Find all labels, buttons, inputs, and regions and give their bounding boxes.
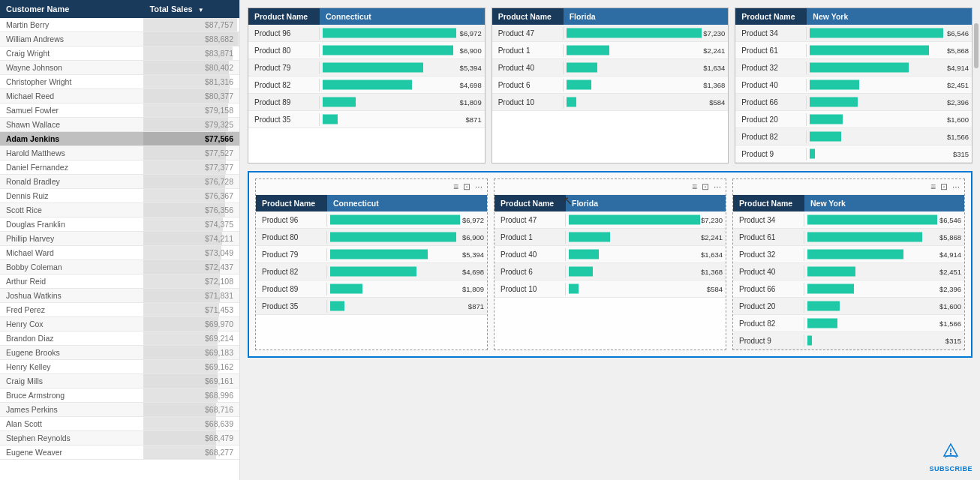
bar-value: $6,900 (460, 46, 482, 55)
table-row[interactable]: Arthur Reid $72,108 (0, 274, 239, 289)
table-row[interactable]: Alan Scott $68,639 (0, 417, 239, 431)
table-row[interactable]: Scott Rice $76,356 (0, 203, 239, 218)
product-label: Product 61 (733, 231, 804, 244)
bar-area: $4,914 (807, 59, 972, 76)
bar-value: $5,868 (939, 233, 961, 242)
table-row[interactable]: Joshua Watkins $71,831 (0, 289, 239, 303)
bar-area: $1,368 (564, 76, 729, 93)
customer-name-cell: Martin Berry (0, 18, 143, 32)
customer-name-header[interactable]: Customer Name (0, 0, 143, 18)
product-label: Product 1 (495, 231, 566, 244)
bar-value: $1,600 (939, 302, 961, 310)
more-icon[interactable]: ··· (952, 182, 960, 192)
bar (569, 215, 700, 225)
bar (330, 284, 362, 294)
table-row[interactable]: Daniel Fernandez $77,377 (0, 160, 239, 175)
product-label: Product 20 (733, 300, 804, 313)
image-icon[interactable]: ⊡ (463, 182, 470, 192)
bar-value: $4,698 (460, 81, 482, 89)
product-label: Product 10 (492, 96, 564, 109)
customer-sales-cell: $73,049 (143, 246, 239, 260)
product-name-header: Product Name (735, 8, 807, 25)
table-row[interactable]: Martin Berry $87,757 (0, 18, 239, 32)
product-label: Product 89 (256, 283, 327, 296)
product-name-header: Product Name (492, 8, 564, 25)
bar-value: $4,914 (939, 250, 961, 259)
table-row[interactable]: Stephen Reynolds $68,479 (0, 431, 239, 446)
table-row[interactable]: Wayne Johnson $80,402 (0, 61, 239, 75)
bar (810, 63, 909, 73)
table-row[interactable]: Bobby Coleman $72,437 (0, 260, 239, 274)
customer-sales-cell: $76,367 (143, 189, 239, 203)
bar-area: $1,634 (564, 59, 729, 76)
table-row[interactable]: Michael Ward $73,049 (0, 246, 239, 260)
product-name-header: Product Name (733, 195, 804, 212)
bar (810, 80, 859, 90)
bar-value: $2,241 (703, 46, 725, 55)
chart-row: Product 9 $315 (735, 146, 972, 163)
product-label: Product 35 (248, 113, 320, 126)
table-row[interactable]: Bruce Armstrong $68,996 (0, 388, 239, 403)
bar (807, 284, 854, 294)
table-row[interactable]: Brandon Diaz $69,214 (0, 332, 239, 346)
table-row[interactable]: Eugene Brooks $69,183 (0, 346, 239, 360)
customer-name-cell: Bruce Armstrong (0, 388, 143, 403)
chart-row: Product 47 $7,230 (495, 212, 726, 229)
chart-row: Product 82 $1,566 (733, 315, 964, 332)
sort-icon: ▼ (198, 7, 204, 14)
table-row[interactable]: Phillip Harvey $74,211 (0, 232, 239, 246)
table-row[interactable]: Craig Wright $83,871 (0, 46, 239, 61)
more-icon[interactable]: ··· (714, 182, 721, 192)
subscribe-label[interactable]: SUBSCRIBE (929, 465, 972, 472)
chart-row: Product 35 $871 (248, 111, 485, 128)
table-row[interactable]: Craig Mills $69,161 (0, 374, 239, 388)
customer-name-cell: Phillip Harvey (0, 232, 143, 246)
chart-row: Product 96 $6,972 (248, 25, 485, 42)
customer-name-cell: Bobby Coleman (0, 260, 143, 274)
table-row[interactable]: Shawn Wallace $79,325 (0, 118, 239, 132)
table-row[interactable]: Henry Kelley $69,162 (0, 360, 239, 374)
bar (323, 28, 456, 38)
bar (807, 267, 855, 277)
customer-name-cell: Alan Scott (0, 417, 143, 431)
table-row[interactable]: James Perkins $68,716 (0, 403, 239, 417)
filter-icon[interactable]: ≡ (453, 182, 458, 192)
table-row[interactable]: Ronald Bradley $76,728 (0, 175, 239, 189)
bar-area: $1,600 (804, 298, 964, 314)
table-row[interactable]: Michael Reed $80,377 (0, 89, 239, 104)
table-row[interactable]: Henry Cox $69,970 (0, 317, 239, 332)
customer-sales-cell: $81,316 (143, 75, 239, 89)
chart-row: Product 79 $5,394 (248, 59, 485, 76)
bar-value: $871 (468, 302, 484, 310)
table-row[interactable]: Harold Matthews $77,527 (0, 146, 239, 160)
table-row[interactable]: Eugene Weaver $68,277 (0, 446, 239, 460)
customer-name-cell: Dennis Ruiz (0, 189, 143, 203)
filter-icon[interactable]: ≡ (692, 182, 697, 192)
image-icon[interactable]: ⊡ (702, 182, 709, 192)
product-label: Product 20 (735, 113, 807, 126)
chart-row: Product 35 $871 (256, 298, 487, 315)
chart-row: Product 10 $584 (495, 280, 726, 298)
table-row[interactable]: Adam Jenkins $77,566 (0, 132, 239, 146)
filter-icon[interactable]: ≡ (930, 182, 936, 192)
table-row[interactable]: Douglas Franklin $74,375 (0, 218, 239, 232)
bar (323, 63, 423, 73)
table-row[interactable]: Dennis Ruiz $76,367 (0, 189, 239, 203)
bar-value: $584 (707, 285, 723, 293)
table-row[interactable]: Samuel Fowler $79,158 (0, 104, 239, 118)
table-row[interactable]: Christopher Wright $81,316 (0, 75, 239, 89)
table-row[interactable]: Fred Perez $71,453 (0, 303, 239, 317)
image-icon[interactable]: ⊡ (940, 182, 948, 192)
top-charts-row: Product Name Connecticut Product 96 $6,9… (248, 8, 972, 164)
bar-value: $315 (953, 150, 969, 158)
total-sales-header[interactable]: Total Sales ▼ (143, 0, 239, 18)
customer-sales-cell: $72,108 (143, 274, 239, 289)
chart-row: Product 9 $315 (733, 332, 964, 350)
bar-value: $1,634 (703, 64, 725, 72)
customer-name-cell: Stephen Reynolds (0, 431, 143, 446)
table-row[interactable]: William Andrews $88,682 (0, 32, 239, 46)
customer-sales-cell: $79,158 (143, 104, 239, 118)
bar-value: $871 (466, 116, 482, 124)
customer-sales-cell: $69,970 (143, 317, 239, 332)
more-icon[interactable]: ··· (475, 182, 482, 192)
